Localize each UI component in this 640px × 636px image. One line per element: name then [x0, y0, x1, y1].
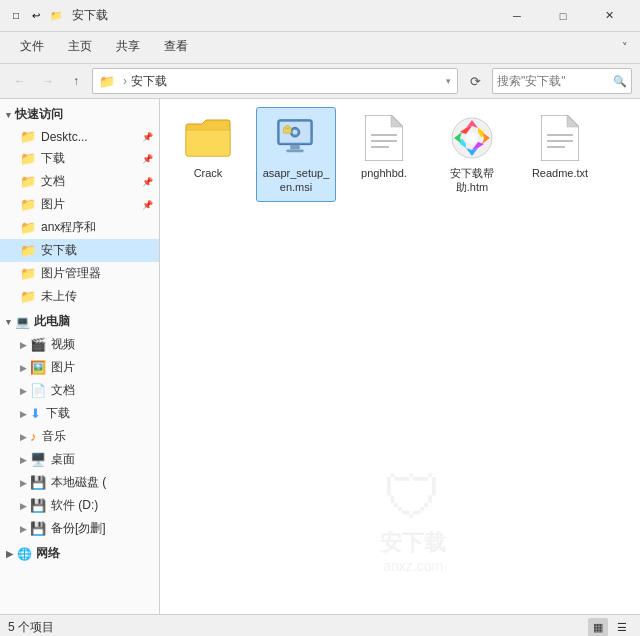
- ribbon-expand-icon[interactable]: ˅: [622, 32, 632, 63]
- file-item-pnghhbd[interactable]: pnghhbd.: [344, 107, 424, 202]
- breadcrumb-separator: ›: [123, 74, 127, 88]
- tab-view[interactable]: 查看: [152, 32, 200, 63]
- view-grid-button[interactable]: ▦: [588, 618, 608, 637]
- chevron-down-icon: ▾: [6, 110, 11, 120]
- htm-icon-svg: [450, 116, 494, 160]
- sidebar-item-label: 未上传: [41, 288, 77, 305]
- breadcrumb[interactable]: 📁 › 安下载 ▾: [92, 68, 458, 94]
- sidebar-item-pic[interactable]: ▶ 🖼️ 图片: [0, 356, 159, 379]
- sidebar-item-label: 视频: [51, 336, 75, 353]
- file-label-readme: Readme.txt: [532, 166, 588, 180]
- sidebar-item-dl[interactable]: ▶ ⬇ 下载: [0, 402, 159, 425]
- sidebar-item-label: 文档: [41, 173, 65, 190]
- files-grid: Crack: [168, 107, 632, 202]
- svg-rect-2: [290, 145, 300, 150]
- svg-point-5: [293, 130, 298, 135]
- disk-icon: 💾: [30, 475, 46, 490]
- sidebar-item-label: 图片管理器: [41, 265, 101, 282]
- file-item-crack[interactable]: Crack: [168, 107, 248, 202]
- sidebar-item-desktop-folder[interactable]: ▶ 🖥️ 桌面: [0, 448, 159, 471]
- expand-icon: ▶: [20, 386, 27, 396]
- folder-icon: 📁: [20, 174, 36, 189]
- sidebar-item-pictures[interactable]: 📁 图片 📌: [0, 193, 159, 216]
- chevron-down-icon: ▾: [6, 317, 11, 327]
- expand-icon: ▶: [20, 409, 27, 419]
- file-item-readme[interactable]: Readme.txt: [520, 107, 600, 202]
- sidebar-item-disk-c[interactable]: ▶ 💾 本地磁盘 (: [0, 471, 159, 494]
- txt-svg: [541, 115, 579, 161]
- sidebar-item-label: 备份[勿删]: [51, 520, 106, 537]
- maximize-button[interactable]: □: [540, 0, 586, 32]
- svg-marker-9: [391, 115, 403, 127]
- network-icon: 🌐: [17, 547, 32, 561]
- undo-icon[interactable]: ↩: [28, 8, 44, 24]
- up-button[interactable]: ↑: [64, 69, 88, 93]
- crack-folder-icon: [184, 114, 232, 162]
- sidebar-item-label: 图片: [41, 196, 65, 213]
- download-folder-icon: ⬇: [30, 406, 41, 421]
- video-folder-icon: 🎬: [30, 337, 46, 352]
- sidebar-header-this-pc[interactable]: ▾ 💻 此电脑: [0, 310, 159, 333]
- sidebar-item-label: 下载: [41, 150, 65, 167]
- ribbon: 文件 主页 共享 查看 ˅: [0, 32, 640, 64]
- file-label-msi: asapr_setup_en.msi: [261, 166, 331, 195]
- file-item-msi[interactable]: asapr_setup_en.msi: [256, 107, 336, 202]
- tab-file[interactable]: 文件: [8, 32, 56, 63]
- sidebar-item-label: 桌面: [51, 451, 75, 468]
- sidebar-item-label: 本地磁盘 (: [51, 474, 106, 491]
- sidebar-section-quick-access: ▾ 快速访问 📁 Desktc... 📌 📁 下载 📌 📁 文档 📌 📁 图片: [0, 103, 159, 308]
- sidebar-item-desktop[interactable]: 📁 Desktc... 📌: [0, 126, 159, 147]
- sidebar-item-label: 文档: [51, 382, 75, 399]
- file-item-htm[interactable]: 安下载帮助.htm: [432, 107, 512, 202]
- quick-access-label: 快速访问: [15, 106, 63, 123]
- sidebar-item-download[interactable]: 📁 下载 📌: [0, 147, 159, 170]
- sidebar-item-label: 图片: [51, 359, 75, 376]
- sidebar-header-network[interactable]: ▶ 🌐 网络: [0, 542, 159, 565]
- search-icon[interactable]: 🔍: [613, 75, 627, 88]
- expand-icon: ▶: [20, 524, 27, 534]
- svg-marker-16: [567, 115, 579, 127]
- sidebar-header-quick-access[interactable]: ▾ 快速访问: [0, 103, 159, 126]
- sidebar-item-disk-d[interactable]: ▶ 💾 软件 (D:): [0, 494, 159, 517]
- folder-icon: 📁: [20, 197, 36, 212]
- expand-icon: ▶: [20, 432, 27, 442]
- sidebar-item-music[interactable]: ▶ ♪ 音乐: [0, 425, 159, 448]
- watermark-shield-icon: 🛡: [383, 463, 443, 532]
- view-list-button[interactable]: ☰: [612, 618, 632, 637]
- breadcrumb-folder-icon: 📁: [99, 74, 115, 89]
- sidebar-item-label: Desktc...: [41, 130, 88, 144]
- music-folder-icon: ♪: [30, 429, 37, 444]
- document-svg: [365, 115, 403, 161]
- txt-file-icon: [536, 114, 584, 162]
- back-button[interactable]: ←: [8, 69, 32, 93]
- watermark-url: anxz.com: [383, 558, 443, 574]
- search-input[interactable]: [497, 74, 613, 88]
- tab-share[interactable]: 共享: [104, 32, 152, 63]
- file-label-crack: Crack: [194, 166, 223, 180]
- sidebar-item-anzxiazai[interactable]: 📁 安下载: [0, 239, 159, 262]
- sidebar-item-anx[interactable]: 📁 anx程序和: [0, 216, 159, 239]
- breadcrumb-current: 安下载: [131, 73, 167, 90]
- svg-rect-7: [285, 126, 289, 129]
- title-bar-controls: ─ □ ✕: [494, 0, 632, 32]
- sidebar-item-docs[interactable]: 📁 文档 📌: [0, 170, 159, 193]
- expand-icon: ▶: [20, 478, 27, 488]
- sidebar-item-backup[interactable]: ▶ 💾 备份[勿删]: [0, 517, 159, 540]
- refresh-button[interactable]: ⟳: [462, 68, 488, 94]
- expand-icon: ▶: [20, 455, 27, 465]
- title-bar-title: 安下载: [72, 7, 494, 24]
- minimize-button[interactable]: ─: [494, 0, 540, 32]
- sidebar-item-picmanager[interactable]: 📁 图片管理器: [0, 262, 159, 285]
- sidebar-item-document[interactable]: ▶ 📄 文档: [0, 379, 159, 402]
- forward-button[interactable]: →: [36, 69, 60, 93]
- folder-icon: 📁: [20, 151, 36, 166]
- pin-icon: 📌: [142, 132, 153, 142]
- status-bar: 5 个项目 ▦ ☰: [0, 614, 640, 636]
- sidebar-item-video[interactable]: ▶ 🎬 视频: [0, 333, 159, 356]
- expand-icon: ▶: [20, 340, 27, 350]
- breadcrumb-dropdown-icon[interactable]: ▾: [446, 76, 451, 86]
- tab-home[interactable]: 主页: [56, 32, 104, 63]
- sidebar-item-unuploaded[interactable]: 📁 未上传: [0, 285, 159, 308]
- close-button[interactable]: ✕: [586, 0, 632, 32]
- msi-icon-svg: [274, 115, 316, 159]
